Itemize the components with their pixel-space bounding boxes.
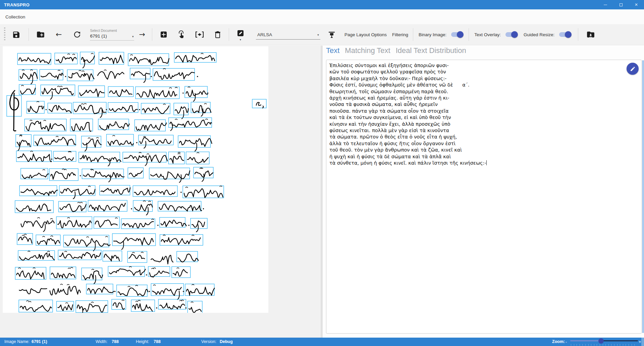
app-title: TRANSPRO [4, 2, 30, 7]
window-controls: ✕ [598, 0, 644, 9]
resize-grip[interactable] [641, 338, 644, 346]
save-button[interactable] [11, 29, 22, 40]
binary-image-label: Binary Image: [419, 32, 446, 37]
folder-download-icon [586, 30, 595, 39]
zoom-in-button[interactable]: + [639, 339, 641, 344]
maximize-icon [620, 3, 623, 6]
divider [229, 28, 229, 41]
close-icon: ✕ [635, 2, 638, 7]
filtering-button[interactable]: Filtering [392, 32, 408, 37]
close-button[interactable]: ✕ [629, 0, 644, 9]
text-overlay-toggle[interactable] [505, 32, 517, 37]
select-document-value: 6791 (1) [90, 34, 134, 39]
add-box-icon [160, 31, 168, 39]
divider [578, 28, 578, 41]
menu-collection[interactable]: Collection [2, 12, 29, 21]
forward-button[interactable]: → [138, 30, 146, 40]
transcription-text: Ἐπιλύσεις σύντομοι καὶ ἐξηγήσεις ἀποριῶν… [326, 60, 641, 169]
version-label: Version: [201, 339, 216, 344]
fit-width-icon [195, 31, 204, 38]
text-cursor [486, 160, 487, 165]
forward-arrow-icon: → [139, 31, 145, 38]
pencil-square-icon [236, 29, 245, 37]
zoom-label: Zoom: [552, 339, 565, 344]
refresh-button[interactable] [72, 29, 83, 40]
minimize-icon [604, 5, 607, 5]
height-label: Height: [136, 339, 149, 344]
save-icon [12, 31, 20, 39]
slider-track-filled [570, 340, 601, 341]
export-folder-button[interactable] [585, 29, 596, 40]
slider-track-empty [601, 340, 638, 341]
tab-ideal-text-distribution[interactable]: Ideal Text Distribution [396, 46, 466, 55]
slider-ticks [571, 344, 637, 346]
select-word-button[interactable] [176, 29, 186, 40]
divider [152, 28, 152, 41]
image-panel [0, 46, 321, 338]
signpost-icon [328, 31, 336, 39]
divider [469, 28, 469, 41]
toggle-knob [511, 31, 518, 38]
zoom-control: Zoom: - + [550, 338, 641, 346]
height-value: 788 [154, 339, 161, 344]
page-layout-options-button[interactable]: Page Layout Options [344, 32, 387, 37]
slider-thumb[interactable] [598, 338, 604, 344]
back-arrow-icon: ← [56, 31, 62, 38]
width-value: 788 [112, 339, 119, 344]
chevron-down-icon: ▾ [240, 38, 241, 41]
minimize-button[interactable] [598, 0, 613, 9]
zoom-slider[interactable] [570, 338, 638, 344]
divider [413, 28, 413, 41]
layout-board-button[interactable] [326, 29, 337, 40]
divider [29, 28, 29, 41]
version-value: Debug [220, 339, 233, 344]
toggle-knob [457, 31, 464, 38]
width-label: Width: [96, 339, 107, 344]
select-document-label: Select Document [90, 28, 134, 33]
model-select-value: ARLSA [257, 32, 272, 37]
title-bar: TRANSPRO ✕ [0, 0, 644, 9]
edit-button[interactable] [627, 63, 639, 75]
zoom-out-button[interactable]: - [566, 339, 567, 344]
image-name-value: 6791 (1) [32, 339, 47, 344]
binary-image-toggle[interactable] [451, 32, 463, 37]
toggle-knob [565, 31, 572, 38]
maximize-button[interactable] [613, 0, 629, 9]
scrollbar[interactable] [643, 60, 643, 333]
tab-bar: Text Matching Text Ideal Text Distributi… [326, 46, 466, 55]
new-folder-button[interactable] [35, 29, 46, 40]
transpro-window: TRANSPRO ✕ Collection ← Select Document … [0, 0, 644, 346]
refresh-icon [73, 31, 81, 39]
tab-matching-text[interactable]: Matching Text [345, 46, 390, 55]
add-region-button[interactable] [158, 29, 169, 40]
drag-handle-icon[interactable] [4, 27, 5, 42]
model-select-dropdown[interactable]: ARLSA ▾ [256, 30, 320, 40]
transcription-textarea[interactable]: Ἐπιλύσεις σύντομοι καὶ ἐξηγήσεις ἀποριῶν… [326, 60, 642, 334]
chevron-down-icon: ▾ [317, 33, 319, 37]
manuscript-image[interactable] [3, 46, 268, 313]
pencil-icon [630, 66, 636, 72]
status-bar: Image Name: 6791 (1) Width: 788 Height: … [0, 338, 644, 346]
trash-icon [214, 31, 221, 39]
chevron-down-icon: ▾ [132, 35, 134, 38]
toolbar: ← Select Document 6791 (1) ▾ → [0, 24, 644, 45]
tab-text[interactable]: Text [326, 46, 339, 55]
fit-width-button[interactable] [194, 30, 205, 40]
folder-plus-icon [36, 30, 45, 39]
guided-resize-label: Guided Resize: [524, 32, 554, 37]
touch-icon [178, 31, 185, 39]
back-button[interactable]: ← [54, 30, 63, 40]
text-panel: Text Matching Text Ideal Text Distributi… [323, 46, 644, 338]
annotate-button[interactable] [235, 28, 246, 39]
image-name-label: Image Name: [4, 339, 30, 344]
select-document-dropdown[interactable]: Select Document 6791 (1) ▾ [90, 28, 134, 41]
delete-button[interactable] [213, 29, 223, 40]
menu-bar: Collection [0, 9, 644, 24]
text-overlay-label: Text Overlay: [474, 32, 501, 37]
guided-resize-toggle[interactable] [559, 32, 571, 37]
